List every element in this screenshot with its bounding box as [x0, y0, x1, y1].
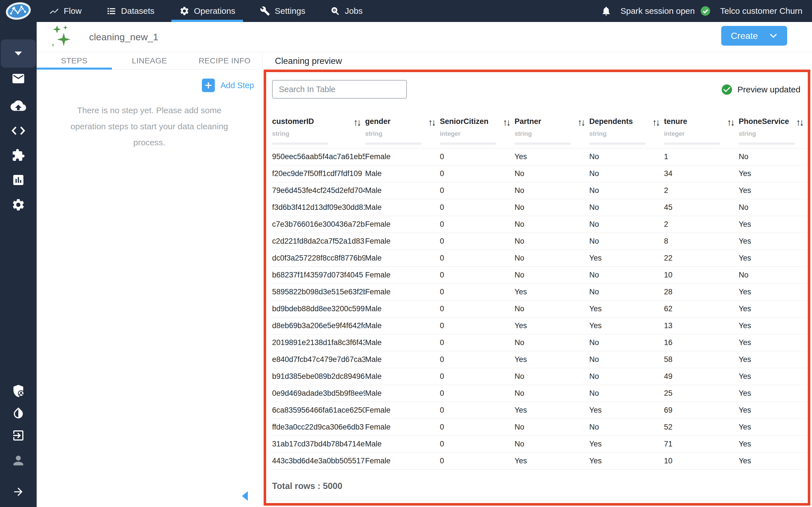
- exit-icon: [11, 429, 25, 442]
- cell: b91d385ebe089b2dc894967: [272, 368, 365, 385]
- tab-lineage[interactable]: LINEAGE: [112, 52, 187, 69]
- sort-icon[interactable]: ↑↓: [727, 117, 733, 127]
- cell: f20ec9de7f50ff1cdf7fdf109: [272, 165, 365, 182]
- cell: Female: [365, 149, 440, 165]
- cell: 6ca835956466fa61ace6250: [272, 402, 365, 419]
- cell: Yes: [739, 385, 808, 402]
- sort-icon[interactable]: ↑↓: [353, 117, 360, 127]
- column-header-PhoneService[interactable]: PhoneService↑↓string: [739, 114, 808, 149]
- cell: Female: [365, 216, 440, 233]
- cell: Female: [365, 453, 440, 469]
- create-button[interactable]: Create: [721, 26, 787, 46]
- bar-chart-icon: [11, 173, 25, 187]
- sort-icon[interactable]: ↑↓: [796, 117, 803, 127]
- cell: No: [515, 250, 589, 267]
- cell: Yes: [739, 250, 808, 267]
- cell: No: [515, 182, 589, 199]
- sort-icon[interactable]: ↑↓: [503, 117, 509, 127]
- column-type: integer: [664, 130, 739, 137]
- nav-item-datasets[interactable]: Datasets: [94, 0, 167, 22]
- plus-icon: [202, 78, 215, 92]
- column-header-Dependents[interactable]: Dependents↑↓string: [589, 114, 664, 149]
- column-header-tenure[interactable]: tenure↑↓integer: [664, 114, 739, 149]
- cell: Male: [365, 182, 440, 199]
- table-header-row: customerID↑↓stringgender↑↓stringSeniorCi…: [272, 114, 808, 149]
- search-input[interactable]: [272, 80, 407, 99]
- sidebar-item-mail[interactable]: [0, 71, 37, 86]
- shield-user-icon: [11, 384, 26, 398]
- app-logo[interactable]: [0, 2, 37, 20]
- cell: 10: [664, 453, 739, 469]
- gear-icon: [11, 198, 26, 212]
- cell: Yes: [739, 402, 808, 419]
- data-table: customerID↑↓stringgender↑↓stringSeniorCi…: [272, 114, 808, 469]
- puzzle-icon: [11, 149, 25, 162]
- sort-icon[interactable]: ↑↓: [577, 117, 584, 127]
- table-row: 5895822b098d3e515e63f2bFemale0YesNo28Yes: [272, 284, 808, 300]
- sidebar-item-extensions[interactable]: [0, 149, 37, 162]
- top-nav-items: Flow Datasets Operations Settings: [37, 0, 375, 22]
- sidebar-item-user[interactable]: [0, 453, 37, 468]
- column-header-customerID[interactable]: customerID↑↓string: [272, 114, 365, 149]
- sidebar-item-invert-colors[interactable]: [0, 406, 37, 420]
- tab-recipe-info[interactable]: RECIPE INFO: [187, 52, 262, 69]
- cell: 31ab17cd37bd4b78b4714e0: [272, 436, 365, 453]
- notifications-bell-icon[interactable]: [601, 6, 612, 16]
- cell: Yes: [739, 233, 808, 250]
- project-name[interactable]: Telco customer Churn: [720, 6, 802, 16]
- nav-item-operations[interactable]: Operations: [167, 0, 248, 22]
- collapse-panel-arrow[interactable]: [242, 491, 248, 501]
- sidebar-item-settings[interactable]: [0, 198, 37, 212]
- cell: Male: [365, 165, 440, 182]
- chevron-down-icon: [769, 33, 777, 39]
- cell: 0e9d469adade3bd5b9f8ee9: [272, 385, 365, 402]
- sidebar-item-forward[interactable]: [0, 486, 37, 498]
- cell: 1: [664, 149, 739, 165]
- cell: No: [515, 334, 589, 351]
- sidebar-item-reports[interactable]: [0, 173, 37, 187]
- column-quality-bar: [515, 143, 571, 145]
- sidebar-item-upload[interactable]: [0, 99, 37, 112]
- code-icon: [11, 125, 26, 136]
- cell: No: [589, 267, 664, 284]
- column-header-gender[interactable]: gender↑↓string: [365, 114, 440, 149]
- cell: Yes: [739, 216, 808, 233]
- cell: No: [589, 199, 664, 216]
- sort-icon[interactable]: ↑↓: [652, 117, 659, 127]
- sidebar-item-admin[interactable]: [0, 384, 37, 398]
- cell: 0: [440, 199, 515, 216]
- cell: Female: [365, 267, 440, 284]
- cell: Yes: [739, 182, 808, 199]
- add-step-button[interactable]: Add Step: [202, 78, 254, 92]
- sidebar-item-exit[interactable]: [0, 429, 37, 442]
- add-step-label: Add Step: [220, 81, 254, 90]
- sidebar-dropdown-toggle[interactable]: [1, 40, 36, 68]
- cell: c7e3b766016e300436a72b4: [272, 216, 365, 233]
- cell: 79e6d453fe4cf245d2efd704: [272, 182, 365, 199]
- cell: 950eec56aab5f4ac7a61eb5: [272, 149, 365, 165]
- column-header-Partner[interactable]: Partner↑↓string: [515, 114, 589, 149]
- column-header-SeniorCitizen[interactable]: SeniorCitizen↑↓integer: [440, 114, 515, 149]
- table-row: c7e3b766016e300436a72b4Female0NoNo2Yes: [272, 216, 808, 233]
- tab-label: LINEAGE: [132, 56, 167, 65]
- session-check-icon: [700, 5, 711, 17]
- cell: Yes: [589, 402, 664, 419]
- tab-steps[interactable]: STEPS: [37, 52, 112, 69]
- cell: 443c3bd6d4e3a0bb5055170: [272, 453, 365, 469]
- sort-icon[interactable]: ↑↓: [428, 117, 435, 127]
- droplet-contrast-icon: [11, 406, 25, 420]
- footer-divider: [269, 501, 804, 501]
- cell: No: [739, 199, 808, 216]
- table-row: b91d385ebe089b2dc894967Male0NoNo49Yes: [272, 368, 808, 385]
- nav-item-jobs[interactable]: Jobs: [318, 0, 375, 22]
- table-row: b68237f1f43597d073f4045Female0NoNo10No: [272, 267, 808, 284]
- sidebar-item-code[interactable]: [0, 125, 37, 136]
- nav-item-flow[interactable]: Flow: [37, 0, 94, 22]
- cell: Yes: [589, 453, 664, 469]
- preview-status-label: Preview updated: [738, 85, 801, 94]
- table-row: 0e9d469adade3bd5b9f8ee9Male0NoNo25Yes: [272, 385, 808, 402]
- column-quality-bar: [272, 143, 328, 145]
- cell: Yes: [739, 419, 808, 436]
- nav-item-settings[interactable]: Settings: [248, 0, 317, 22]
- cell: c2d221fd8da2ca7f52a1d83: [272, 233, 365, 250]
